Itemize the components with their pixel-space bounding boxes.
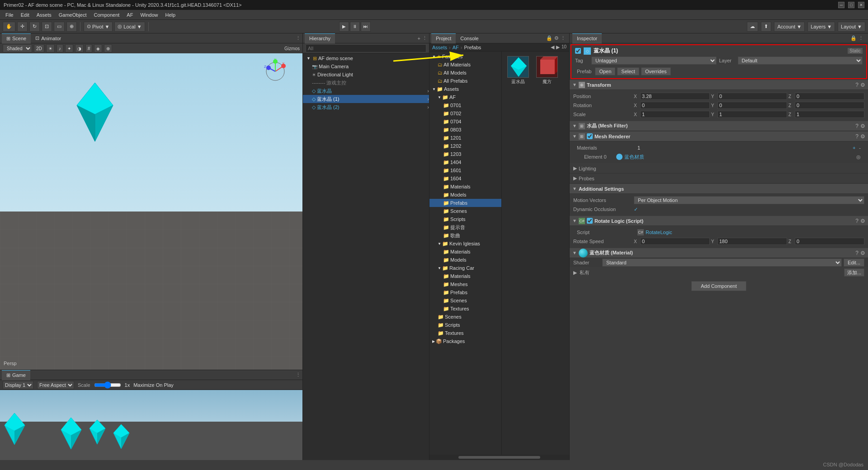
aspect-select[interactable]: Free Aspect <box>37 381 74 389</box>
rotate-logic-options[interactable]: ? ⚙ <box>855 218 865 224</box>
material-pick-icon[interactable]: ◎ <box>856 154 861 160</box>
hand-tool[interactable]: ✋ <box>3 22 15 32</box>
add-component-button[interactable]: Add Component <box>691 281 746 291</box>
transform-options[interactable]: ? ⚙ <box>855 82 865 88</box>
scene-panel-options[interactable]: ⋮ <box>296 35 301 41</box>
play-button[interactable]: ▶ <box>339 22 349 32</box>
hierarchy-item-crystal2[interactable]: ◇ 蓝水晶 (2) › <box>303 103 429 111</box>
scale-z-input[interactable] <box>795 111 864 118</box>
prefab-select-button[interactable]: Select <box>617 67 639 75</box>
menu-component[interactable]: Component <box>90 11 123 19</box>
hierarchy-add-btn[interactable]: + <box>418 36 420 41</box>
layout-dropdown[interactable]: Layout ▼ <box>838 22 865 32</box>
tree-songs[interactable]: 📁歌曲 <box>429 231 501 240</box>
local-dropdown[interactable]: ◎ Local ▼ <box>114 22 145 32</box>
minimize-button[interactable]: ─ <box>838 2 844 8</box>
lighting-section[interactable]: ▶ Lighting <box>570 164 868 174</box>
scale-tool[interactable]: ⊡ <box>42 22 52 32</box>
tree-kevin-mat[interactable]: 📁Materials <box>429 248 501 256</box>
tree-kevin[interactable]: ▼ 📁 Kevin Iglesias <box>429 240 501 248</box>
object-active-checkbox[interactable] <box>575 48 581 54</box>
hierarchy-item-scene[interactable]: ▼ ⊞ AF demo scene <box>303 54 429 62</box>
tree-rc-mat[interactable]: 📁Materials <box>429 272 501 280</box>
shading-mode-select[interactable]: Shaded <box>3 44 32 52</box>
menu-af[interactable]: AF <box>123 11 137 19</box>
rotate-tool[interactable]: ↻ <box>29 22 40 32</box>
collab-button[interactable]: ☁ <box>747 22 758 32</box>
game-panel-options[interactable]: ⋮ <box>296 372 301 378</box>
hidden-toggle[interactable]: ◑ <box>75 44 84 52</box>
tree-0803[interactable]: 📁0803 <box>429 126 501 134</box>
tree-scripts[interactable]: 📁Scripts <box>429 215 501 223</box>
2d-toggle[interactable]: 2D <box>34 44 44 52</box>
tab-console[interactable]: Console <box>456 33 483 43</box>
tab-project[interactable]: Project <box>431 33 456 43</box>
tree-prefabs[interactable]: 📁Prefabs <box>429 199 501 207</box>
tree-all-materials[interactable]: 🗂 All Materials <box>429 61 501 69</box>
tree-1604[interactable]: 📁1604 <box>429 174 501 183</box>
menu-assets[interactable]: Assets <box>33 11 55 19</box>
project-scrollbar-thumb[interactable] <box>458 456 540 459</box>
hierarchy-item-crystal1[interactable]: ◇ 蓝水晶 (1) › <box>303 95 429 103</box>
mesh-filter-header[interactable]: ▼ ⊞ 水晶 (Mesh Filter) ? ⚙ <box>570 121 868 131</box>
transform-tool[interactable]: ⊕ <box>66 22 77 32</box>
hierarchy-item-camera[interactable]: 📷 Main Camera <box>303 62 429 70</box>
project-scrollbar[interactable] <box>429 455 569 460</box>
more-toggle[interactable]: ⊕ <box>104 44 112 52</box>
rotate-logic-checkbox[interactable] <box>587 218 593 224</box>
tree-0702[interactable]: 📁0702 <box>429 109 501 118</box>
transform-header[interactable]: ▼ ⊕ Transform ? ⚙ <box>570 80 868 90</box>
inspector-options-icon[interactable]: ⋮ <box>859 35 863 41</box>
menu-gameobject[interactable]: GameObject <box>55 11 90 19</box>
pivot-dropdown[interactable]: ⊙ Pivot ▼ <box>84 22 113 32</box>
probes-section[interactable]: ▶ Probes <box>570 174 868 183</box>
tree-assets[interactable]: ▼ 📁 Assets <box>429 85 501 93</box>
rotation-z-input[interactable] <box>795 102 864 109</box>
rotate-z-input[interactable] <box>795 238 864 245</box>
tree-rc-textures[interactable]: 📁Textures <box>429 305 501 313</box>
rotate-x-input[interactable] <box>640 238 710 245</box>
scale-x-input[interactable] <box>640 111 710 118</box>
breadcrumb-assets[interactable]: Assets <box>432 45 447 50</box>
project-nav-back[interactable]: ◀ <box>551 44 554 50</box>
fx-toggle[interactable]: ✦ <box>65 44 73 52</box>
additional-settings-header[interactable]: ▼ Additional Settings <box>570 184 868 194</box>
hierarchy-options[interactable]: ⋮ <box>422 35 427 41</box>
tab-scene[interactable]: ⊞ Scene <box>2 33 31 43</box>
tree-1601[interactable]: 📁1601 <box>429 166 501 174</box>
breadcrumb-af[interactable]: AF <box>453 45 459 50</box>
cloud-button[interactable]: ⬆ <box>761 22 771 32</box>
rotation-x-input[interactable] <box>640 102 710 109</box>
shader-edit-button[interactable]: Edit... <box>844 258 864 267</box>
shader-select[interactable]: Standard <box>602 258 842 267</box>
hierarchy-item-controller[interactable]: -------- 游戏主控 <box>303 79 429 87</box>
asset-cube[interactable]: 魔方 <box>533 54 561 87</box>
tree-0701[interactable]: 📁0701 <box>429 101 501 109</box>
tree-models[interactable]: 📁Models <box>429 191 501 199</box>
rotation-y-input[interactable] <box>717 102 787 109</box>
private-add-button[interactable]: 添加... <box>844 268 864 277</box>
account-dropdown[interactable]: Account ▼ <box>774 22 805 32</box>
materials-remove-icon[interactable]: - <box>859 145 861 150</box>
project-search-icon[interactable]: ⚙ <box>554 35 559 41</box>
inspector-lock-icon[interactable]: 🔒 <box>850 35 857 41</box>
tree-scenes[interactable]: 📁Scenes <box>429 207 501 215</box>
mesh-filter-options[interactable]: ? ⚙ <box>855 123 865 129</box>
scene-viewport[interactable]: Persp X Y Z <box>0 53 302 370</box>
menu-file[interactable]: File <box>2 11 17 19</box>
tab-hierarchy[interactable]: Hierarchy <box>305 33 335 43</box>
tree-favorites[interactable]: ▼ ★ Favorites <box>429 52 501 61</box>
tree-root-scripts[interactable]: 📁Scripts <box>429 321 501 329</box>
material-header[interactable]: ▼ 蓝色材质 (Material) ? ⚙ <box>570 248 868 258</box>
rect-tool[interactable]: ▭ <box>54 22 65 32</box>
layer-select[interactable]: Default <box>738 56 863 65</box>
tree-af[interactable]: ▼ 📁 AF <box>429 93 501 101</box>
project-options-icon[interactable]: ⋮ <box>561 35 566 41</box>
position-x-input[interactable] <box>640 93 710 100</box>
tree-rc-meshes[interactable]: 📁Meshes <box>429 280 501 288</box>
maximize-label[interactable]: Maximize On Play <box>133 382 174 388</box>
material-options[interactable]: ? ⚙ <box>855 250 865 256</box>
tab-animator[interactable]: ⊡ Animator <box>31 33 66 43</box>
prefab-open-button[interactable]: Open <box>595 67 615 75</box>
mesh-renderer-options[interactable]: ? ⚙ <box>855 133 865 140</box>
